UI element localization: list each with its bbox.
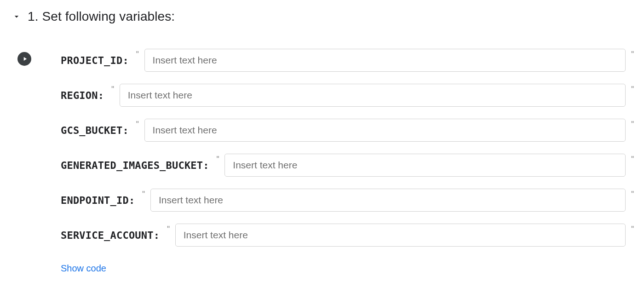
- quote-open: ": [135, 49, 140, 58]
- quote-open: ": [110, 84, 115, 93]
- quote-open: ": [216, 154, 220, 163]
- field-row-endpoint-id: ENDPOINT_ID: " ": [61, 189, 635, 212]
- quote-open: ": [141, 189, 146, 198]
- show-code-link[interactable]: Show code: [61, 263, 106, 274]
- cell-gutter: [17, 49, 61, 66]
- region-input[interactable]: [120, 84, 626, 107]
- field-row-project-id: PROJECT_ID: " ": [61, 49, 635, 72]
- field-label: REGION:: [61, 90, 104, 101]
- quote-close: ": [630, 49, 635, 58]
- chevron-down-icon: [12, 12, 21, 21]
- quote-close: ": [630, 189, 635, 198]
- run-button[interactable]: [17, 52, 31, 66]
- gcs-bucket-input[interactable]: [144, 119, 626, 142]
- quote-open: ": [135, 119, 140, 128]
- play-icon: [22, 56, 28, 62]
- service-account-input[interactable]: [175, 224, 626, 247]
- field-label: SERVICE_ACCOUNT:: [61, 230, 160, 241]
- form-area: PROJECT_ID: " " REGION: " " GCS_BUCKET: …: [61, 49, 635, 274]
- field-row-gcs-bucket: GCS_BUCKET: " ": [61, 119, 635, 142]
- quote-close: ": [630, 119, 635, 128]
- section-title: 1. Set following variables:: [28, 9, 175, 24]
- quote-close: ": [630, 154, 635, 163]
- field-label: PROJECT_ID:: [61, 55, 129, 66]
- field-label: ENDPOINT_ID:: [61, 195, 135, 206]
- quote-open: ": [166, 224, 171, 233]
- field-label: GCS_BUCKET:: [61, 125, 129, 136]
- field-row-service-account: SERVICE_ACCOUNT: " ": [61, 224, 635, 247]
- endpoint-id-input[interactable]: [150, 189, 626, 212]
- quote-close: ": [630, 84, 635, 93]
- field-row-generated-images-bucket: GENERATED_IMAGES_BUCKET: " ": [61, 154, 635, 177]
- project-id-input[interactable]: [144, 49, 626, 72]
- field-row-region: REGION: " ": [61, 84, 635, 107]
- code-cell: PROJECT_ID: " " REGION: " " GCS_BUCKET: …: [9, 49, 635, 274]
- field-label: GENERATED_IMAGES_BUCKET:: [61, 160, 209, 171]
- quote-close: ": [630, 224, 635, 233]
- generated-images-bucket-input[interactable]: [224, 154, 626, 177]
- section-header[interactable]: 1. Set following variables:: [9, 9, 635, 24]
